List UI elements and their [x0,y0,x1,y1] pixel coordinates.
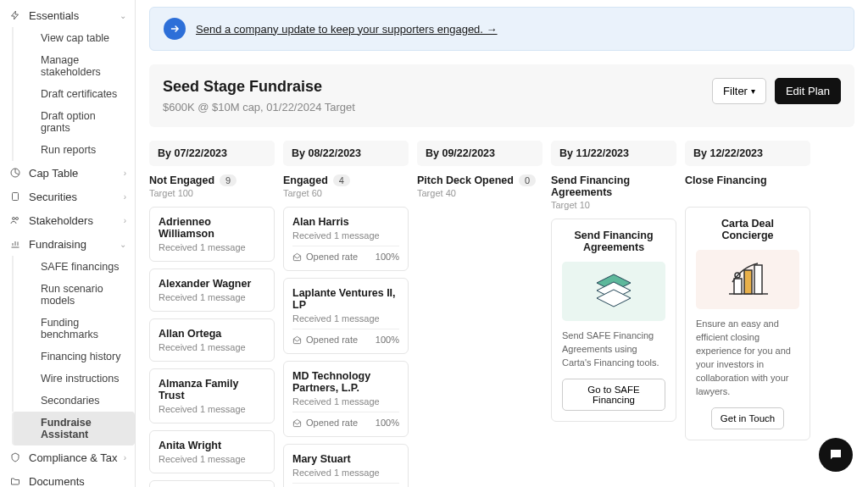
page-header: Seed Stage Fundraise $600K @ $10M cap, 0… [149,64,854,127]
investor-meta: Received 1 message [159,454,265,464]
svg-rect-1 [13,193,19,201]
investor-card[interactable]: Mary StuartReceived 1 messageOpened rate… [283,444,409,487]
svg-rect-15 [754,265,762,294]
sidebar-sub-scenario-models[interactable]: Run scenario models [12,278,135,312]
update-banner[interactable]: Send a company update to keep your suppo… [149,7,854,51]
investor-name: Almanza Family Trust [159,378,265,401]
stage-count: 0 [519,174,536,186]
stage-count: 4 [333,174,350,186]
sidebar-sub-wire-instructions[interactable]: Wire instructions [12,368,135,390]
investor-card[interactable]: Almanza Family TrustReceived 1 message [149,368,275,423]
banner-link[interactable]: Send a company update to keep your suppo… [196,23,498,36]
sidebar-sub-secondaries[interactable]: Secondaries [12,390,135,412]
pipeline-column: By 08/22/2023 Engaged 4 Target 60 Alan H… [283,141,409,487]
sidebar-item-essentials[interactable]: Essentials ⌄ [0,3,135,27]
opened-rate-label: Opened rate [306,252,358,262]
envelope-open-icon [292,335,302,345]
sidebar-item-documents[interactable]: Documents [0,469,135,487]
sidebar-sub-financing-history[interactable]: Financing history [12,346,135,368]
investor-card[interactable]: Adrienneo WilliamsonReceived 1 message [149,207,275,262]
stage-count: 9 [220,174,236,186]
investor-meta: Received 1 message [159,404,265,414]
sidebar-item-cap-table[interactable]: Cap Table › [0,161,135,185]
investor-meta: Received 1 message [159,292,265,302]
chat-icon [828,447,843,462]
envelope-open-icon [292,418,302,428]
info-card-title: Carta Deal Concierge [696,218,799,241]
column-date: By 08/22/2023 [283,141,409,166]
column-date: By 11/22/2023 [551,141,676,166]
sidebar-item-fundraising[interactable]: Fundraising ⌄ [0,232,135,256]
stage-target: Target 100 [149,188,275,198]
pipeline-column: By 09/22/2023 Pitch Deck Opened 0 Target… [417,141,542,207]
lightning-icon [8,8,22,22]
sidebar-item-compliance-tax[interactable]: Compliance & Tax › [0,445,135,469]
pipeline-columns: By 07/22/2023 Not Engaged 9 Target 100 A… [149,141,854,487]
shield-icon [8,451,22,464]
pie-icon [8,166,22,180]
investor-card[interactable]: Allan OrtegaReceived 1 message [149,318,275,362]
chevron-right-icon: › [124,216,126,225]
svg-rect-14 [744,270,752,294]
pipeline-column: By 12/22/2023 Close Financing Carta Deal… [685,141,810,440]
investor-name: Adrienneo Williamson [159,216,265,240]
investor-name: Anita Wright [159,440,265,451]
investor-card[interactable]: Alexander WagnerReceived 1 message [149,268,275,312]
chevron-right-icon: › [124,192,126,202]
sidebar-item-stakeholders[interactable]: Stakeholders › [0,208,135,232]
investor-card[interactable]: Anita WrightReceived 1 message [149,430,275,473]
investor-card[interactable]: Anne MaldonadoReceived 1 message [149,480,275,487]
investor-meta: Received 1 message [292,230,399,241]
chevron-down-icon: ▾ [751,86,755,96]
opened-rate-row: Opened rate100% [292,412,399,428]
stage-label: Engaged [283,174,328,186]
opened-rate-value: 100% [376,418,399,428]
stage-label: Not Engaged [149,174,214,186]
sidebar-sub-view-cap-table[interactable]: View cap table [12,27,135,49]
column-date: By 07/22/2023 [149,141,275,166]
chevron-right-icon: › [124,453,126,462]
svg-point-2 [13,218,15,220]
investor-name: Alexander Wagner [159,278,265,290]
stage-label: Close Financing [685,174,767,186]
concierge-illustration [696,250,799,309]
investor-meta: Received 1 message [159,242,265,252]
financing-illustration [562,262,665,321]
stage-target [685,188,810,198]
opened-rate-row: Opened rate100% [292,483,399,487]
investor-card[interactable]: Laplante Ventures II, LPReceived 1 messa… [283,278,409,354]
investor-name: Alan Harris [292,216,399,228]
stage-label: Pitch Deck Opened [417,174,514,186]
sidebar: Essentials ⌄ View cap table Manage stake… [0,0,136,487]
investor-card[interactable]: Alan HarrisReceived 1 messageOpened rate… [283,207,409,271]
investor-meta: Received 1 message [292,396,399,407]
sidebar-sub-draft-option-grants[interactable]: Draft option grants [12,105,135,139]
opened-rate-row: Opened rate100% [292,246,399,262]
sidebar-sub-funding-benchmarks[interactable]: Funding benchmarks [12,312,135,346]
sidebar-sub-run-reports[interactable]: Run reports [12,139,135,161]
get-in-touch-button[interactable]: Get in Touch [711,407,784,429]
stage-target: Target 10 [551,200,676,210]
chart-icon [8,237,22,251]
sidebar-item-securities[interactable]: Securities › [0,185,135,208]
chat-fab[interactable] [819,438,853,472]
info-card-title: Send Financing Agreements [562,230,665,253]
chevron-down-icon: ⌄ [120,240,126,249]
arrow-right-circle-icon [164,18,186,40]
sidebar-sub-draft-certificates[interactable]: Draft certificates [12,83,135,105]
page-title: Seed Stage Fundraise [163,78,355,96]
sidebar-sub-safe-financings[interactable]: SAFE financings [12,256,135,278]
go-to-safe-financing-button[interactable]: Go to SAFE Financing [562,379,665,411]
pipeline-column: By 11/22/2023 Send Financing Agreements … [551,141,676,422]
investor-name: MD Technology Partners, L.P. [292,370,399,394]
chevron-down-icon: ⌄ [120,11,126,20]
sidebar-sub-fundraise-assistant[interactable]: Fundraise Assistant [12,412,135,445]
filter-button[interactable]: Filter ▾ [712,78,766,104]
investor-card[interactable]: MD Technology Partners, L.P.Received 1 m… [283,361,409,437]
investor-meta: Received 1 message [292,313,399,324]
sidebar-sub-manage-stakeholders[interactable]: Manage stakeholders [12,49,135,83]
investor-name: Laplante Ventures II, LP [292,287,399,311]
opened-rate-label: Opened rate [306,418,358,428]
edit-plan-button[interactable]: Edit Plan [775,78,841,104]
stage-label: Send Financing Agreements [551,174,676,198]
